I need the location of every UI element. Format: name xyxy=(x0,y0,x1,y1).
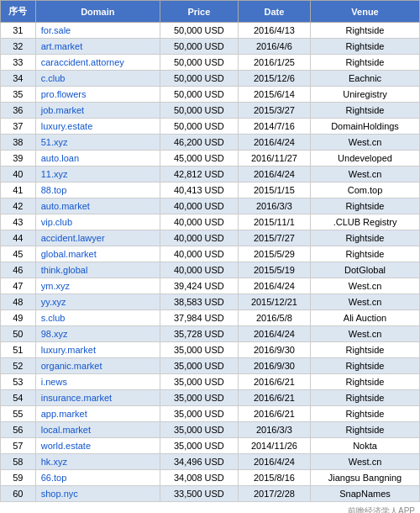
cell-domain[interactable]: vip.club xyxy=(35,214,160,230)
cell-venue: West.cn xyxy=(311,135,420,151)
cell-id: 49 xyxy=(1,310,36,326)
table-row: 60shop.nyc33,500 USD2017/2/28SnapNames xyxy=(1,486,420,502)
cell-venue: Rightside xyxy=(311,198,420,214)
cell-id: 38 xyxy=(1,135,36,151)
cell-venue: Rightside xyxy=(311,358,420,374)
table-row: 51luxury.market35,000 USD2016/9/30Rights… xyxy=(1,342,420,358)
cell-domain[interactable]: insurance.market xyxy=(35,390,160,406)
cell-date: 2014/7/16 xyxy=(238,119,310,135)
cell-venue: Rightside xyxy=(311,390,420,406)
table-row: 49s.club37,984 USD2016/5/8Ali Auction xyxy=(1,310,420,326)
table-row: 56local.market35,000 USD2016/3/3Rightsid… xyxy=(1,422,420,438)
cell-date: 2015/3/27 xyxy=(238,103,310,119)
cell-domain[interactable]: s.club xyxy=(35,310,160,326)
cell-domain[interactable]: yy.xyz xyxy=(35,294,160,310)
cell-domain[interactable]: for.sale xyxy=(35,23,160,39)
cell-price: 35,000 USD xyxy=(160,406,238,422)
cell-id: 60 xyxy=(1,486,36,502)
cell-price: 35,728 USD xyxy=(160,326,238,342)
col-header-id: 序号 xyxy=(1,1,36,23)
cell-date: 2015/7/27 xyxy=(238,230,310,246)
cell-domain[interactable]: shop.nyc xyxy=(35,486,160,502)
cell-venue: West.cn xyxy=(311,454,420,470)
cell-venue: DotGlobal xyxy=(311,262,420,278)
cell-date: 2015/5/19 xyxy=(238,262,310,278)
cell-date: 2015/12/6 xyxy=(238,71,310,87)
cell-domain[interactable]: i.news xyxy=(35,374,160,390)
table-row: 31for.sale50,000 USD2016/4/13Rightside xyxy=(1,23,420,39)
cell-domain[interactable]: luxury.market xyxy=(35,342,160,358)
cell-price: 38,583 USD xyxy=(160,294,238,310)
col-header-date: Date xyxy=(238,1,310,23)
table-row: 34c.club50,000 USD2015/12/6Eachnic xyxy=(1,71,420,87)
cell-price: 40,413 USD xyxy=(160,182,238,198)
table-row: 33caraccident.attorney50,000 USD2016/1/2… xyxy=(1,55,420,71)
cell-venue: Rightside xyxy=(311,422,420,438)
cell-venue: Rightside xyxy=(311,103,420,119)
cell-domain[interactable]: pro.flowers xyxy=(35,87,160,103)
cell-domain[interactable]: accident.lawyer xyxy=(35,230,160,246)
cell-price: 40,000 USD xyxy=(160,262,238,278)
cell-domain[interactable]: 88.top xyxy=(35,182,160,198)
table-row: 58hk.xyz34,496 USD2016/4/24West.cn xyxy=(1,454,420,470)
cell-venue: Rightside xyxy=(311,23,420,39)
table-row: 39auto.loan45,000 USD2016/11/27Undevelop… xyxy=(1,151,420,167)
cell-domain[interactable]: 51.xyz xyxy=(35,135,160,151)
cell-date: 2016/9/30 xyxy=(238,358,310,374)
cell-id: 35 xyxy=(1,87,36,103)
cell-id: 57 xyxy=(1,438,36,454)
cell-id: 51 xyxy=(1,342,36,358)
cell-domain[interactable]: art.market xyxy=(35,39,160,55)
cell-id: 52 xyxy=(1,358,36,374)
cell-domain[interactable]: app.market xyxy=(35,406,160,422)
cell-domain[interactable]: local.market xyxy=(35,422,160,438)
table-row: 3851.xyz46,200 USD2016/4/24West.cn xyxy=(1,135,420,151)
cell-domain[interactable]: c.club xyxy=(35,71,160,87)
cell-id: 46 xyxy=(1,262,36,278)
cell-price: 35,000 USD xyxy=(160,342,238,358)
cell-price: 50,000 USD xyxy=(160,87,238,103)
table-row: 44accident.lawyer40,000 USD2015/7/27Righ… xyxy=(1,230,420,246)
cell-date: 2016/4/24 xyxy=(238,278,310,294)
cell-date: 2015/1/15 xyxy=(238,182,310,198)
cell-price: 35,000 USD xyxy=(160,422,238,438)
cell-id: 47 xyxy=(1,278,36,294)
cell-domain[interactable]: job.market xyxy=(35,103,160,119)
cell-price: 46,200 USD xyxy=(160,135,238,151)
cell-id: 43 xyxy=(1,214,36,230)
table-row: 5966.top34,008 USD2015/8/16Jiangsu Bangn… xyxy=(1,470,420,486)
cell-venue: Rightside xyxy=(311,342,420,358)
cell-date: 2015/6/14 xyxy=(238,87,310,103)
table-row: 55app.market35,000 USD2016/6/21Rightside xyxy=(1,406,420,422)
cell-price: 33,500 USD xyxy=(160,486,238,502)
cell-id: 39 xyxy=(1,151,36,167)
cell-date: 2016/4/6 xyxy=(238,39,310,55)
col-header-price: Price xyxy=(160,1,238,23)
cell-domain[interactable]: caraccident.attorney xyxy=(35,55,160,71)
cell-id: 48 xyxy=(1,294,36,310)
cell-venue: Nokta xyxy=(311,438,420,454)
cell-domain[interactable]: world.estate xyxy=(35,438,160,454)
cell-domain[interactable]: auto.loan xyxy=(35,151,160,167)
cell-domain[interactable]: 98.xyz xyxy=(35,326,160,342)
cell-domain[interactable]: ym.xyz xyxy=(35,278,160,294)
table-row: 54insurance.market35,000 USD2016/6/21Rig… xyxy=(1,390,420,406)
cell-price: 34,008 USD xyxy=(160,470,238,486)
cell-domain[interactable]: auto.market xyxy=(35,198,160,214)
cell-domain[interactable]: hk.xyz xyxy=(35,454,160,470)
cell-venue: West.cn xyxy=(311,278,420,294)
cell-id: 32 xyxy=(1,39,36,55)
table-row: 46think.global40,000 USD2015/5/19DotGlob… xyxy=(1,262,420,278)
cell-date: 2016/5/8 xyxy=(238,310,310,326)
table-row: 37luxury.estate50,000 USD2014/7/16Domain… xyxy=(1,119,420,135)
cell-domain[interactable]: 11.xyz xyxy=(35,167,160,182)
cell-domain[interactable]: think.global xyxy=(35,262,160,278)
cell-domain[interactable]: luxury.estate xyxy=(35,119,160,135)
cell-domain[interactable]: 66.top xyxy=(35,470,160,486)
cell-id: 45 xyxy=(1,246,36,262)
cell-price: 40,000 USD xyxy=(160,198,238,214)
table-header-row: 序号 Domain Price Date Venue xyxy=(1,1,420,23)
cell-domain[interactable]: organic.market xyxy=(35,358,160,374)
cell-domain[interactable]: global.market xyxy=(35,246,160,262)
cell-venue: Rightside xyxy=(311,374,420,390)
